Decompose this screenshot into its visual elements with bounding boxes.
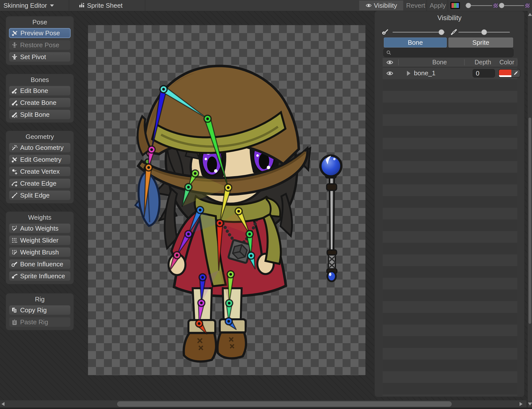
top-toolbar: Skinning Editor Sprite Sheet Visibility …	[0, 0, 532, 11]
panel-mesh-opacity-knob[interactable]	[481, 29, 487, 35]
bone-search-box[interactable]	[383, 48, 514, 57]
button-label: Copy Rig	[20, 306, 47, 314]
vertical-scrollbar-thumb[interactable]	[529, 118, 531, 324]
column-separator	[464, 59, 465, 65]
horizontal-scrollbar[interactable]	[0, 400, 527, 408]
bottom-strip	[0, 408, 532, 409]
horizontal-scrollbar-thumb[interactable]	[117, 401, 452, 407]
bone-influence-button[interactable]: Bone Influence	[9, 259, 71, 269]
weight-slider-button[interactable]: Weight Slider	[9, 235, 71, 245]
create-edge-icon	[11, 180, 18, 187]
revert-label: Revert	[406, 2, 425, 9]
bone-joint-center	[227, 320, 230, 323]
create-bone-icon	[11, 99, 18, 106]
scroll-up-arrow-icon[interactable]	[528, 13, 532, 16]
weight-brush-icon	[11, 249, 18, 256]
sprite-opacity-slider-knob[interactable]	[499, 3, 504, 8]
preview-pose-button[interactable]: Preview Pose	[9, 28, 71, 38]
preview-pose-icon	[11, 30, 18, 37]
bone-depth-field[interactable]: 0	[473, 69, 495, 78]
create-edge-button[interactable]: Create Edge	[9, 178, 71, 188]
bone-joint-center	[162, 88, 165, 91]
split-edge-icon	[11, 192, 18, 199]
bone-joint-center	[201, 276, 204, 279]
auto-geometry-icon	[11, 144, 18, 151]
sprite-influence-button[interactable]: Sprite Influence	[9, 271, 71, 281]
set-pivot-icon	[11, 54, 18, 60]
split-edge-button[interactable]: Split Edge	[9, 190, 71, 200]
geometry-group: Geometry Auto Geometry Edit Geometry Cre…	[5, 130, 74, 204]
bone-list-empty-rows	[383, 79, 517, 396]
edit-bone-button[interactable]: Edit Bone	[9, 86, 71, 96]
green-stripe	[454, 3, 456, 8]
row-visibility-eye-icon[interactable]	[386, 70, 394, 77]
bone-color-widget[interactable]	[498, 69, 520, 78]
scroll-down-arrow-icon[interactable]	[528, 403, 532, 406]
sprite-sheet-button[interactable]: Sprite Sheet	[79, 0, 123, 11]
bone-table-header: Bone Depth Color	[383, 58, 517, 67]
bone-joint-center	[176, 254, 178, 257]
bone-texture-icon	[493, 3, 498, 8]
bone-joint-center	[250, 254, 253, 257]
tab-bone[interactable]: Bone	[384, 38, 447, 47]
bone-depth-value: 0	[476, 70, 479, 77]
create-vertex-button[interactable]: Create Vertex	[9, 166, 71, 176]
bone-joint-center	[206, 118, 209, 120]
search-input[interactable]	[392, 49, 507, 56]
alpha-bar	[499, 75, 511, 77]
weights-group-title: Weights	[6, 214, 74, 221]
apply-button[interactable]: Apply	[429, 0, 447, 11]
create-bone-button[interactable]: Create Bone	[9, 98, 71, 108]
red-stripe	[451, 3, 454, 8]
toolbar-separator	[427, 0, 427, 11]
button-label: Create Bone	[20, 99, 56, 107]
bone-joint-center	[237, 210, 240, 213]
eyedropper-button[interactable]	[511, 70, 520, 77]
skinning-editor-dropdown[interactable]: Skinning Editor	[3, 0, 54, 11]
bones-group: Bones Edit Bone Create Bone Split Bone	[5, 74, 74, 123]
column-depth: Depth	[475, 59, 491, 66]
bone-joint-center	[187, 233, 190, 236]
restore-pose-button[interactable]: Restore Pose	[9, 40, 71, 50]
panel-bone-opacity-knob[interactable]	[439, 29, 444, 35]
button-label: Weight Slider	[20, 237, 58, 244]
revert-button[interactable]: Revert	[405, 0, 426, 11]
button-label: Restore Pose	[20, 41, 59, 49]
bone-table-row[interactable]: bone_1 0	[383, 67, 517, 79]
weights-group: Weights Auto Weights Weight Slider Weigh…	[5, 211, 74, 285]
bone-joint-center	[187, 186, 190, 189]
bone-joint-center	[198, 322, 201, 325]
paste-rig-button[interactable]: Paste Rig	[9, 317, 71, 327]
bone-opacity-slider-knob[interactable]	[466, 3, 471, 8]
auto-geometry-button[interactable]: Auto Geometry	[9, 143, 71, 153]
scroll-right-arrow-icon[interactable]	[520, 402, 523, 406]
bone-joint-center	[200, 302, 203, 304]
weight-brush-button[interactable]: Weight Brush	[9, 247, 71, 257]
bone-color-palette-button[interactable]	[450, 2, 460, 9]
panel-bone-opacity-track[interactable]	[393, 32, 445, 33]
set-pivot-button[interactable]: Set Pivot	[9, 52, 71, 62]
skinning-editor-label: Skinning Editor	[3, 2, 47, 9]
toolbar-separator	[145, 0, 145, 11]
weight-slider-icon	[11, 237, 18, 244]
split-bone-button[interactable]: Split Bone	[9, 110, 71, 120]
button-label: Set Pivot	[20, 53, 46, 61]
blue-stripe	[456, 3, 459, 8]
edit-geometry-button[interactable]: Edit Geometry	[9, 155, 71, 164]
bone-joint-center	[147, 166, 150, 169]
auto-weights-button[interactable]: Auto Weights	[9, 223, 71, 233]
column-separator	[517, 59, 517, 65]
bone-color-swatch[interactable]	[499, 70, 511, 77]
scroll-left-arrow-icon[interactable]	[1, 402, 4, 406]
pose-group-title: Pose	[6, 18, 74, 26]
copy-rig-button[interactable]: Copy Rig	[9, 305, 71, 315]
tab-bone-label: Bone	[408, 39, 423, 46]
visibility-toggle-button[interactable]: Visibility	[359, 0, 403, 10]
tab-sprite[interactable]: Sprite	[448, 38, 513, 47]
expand-triangle-icon[interactable]	[407, 71, 410, 76]
button-label: Bone Influence	[20, 260, 63, 268]
visibility-panel: Visibility Bone Sprite Bone Depth Color …	[374, 11, 525, 397]
sprite-canvas[interactable]	[88, 25, 365, 375]
bone-influence-icon	[11, 261, 18, 268]
vertical-scrollbar[interactable]	[528, 11, 532, 409]
